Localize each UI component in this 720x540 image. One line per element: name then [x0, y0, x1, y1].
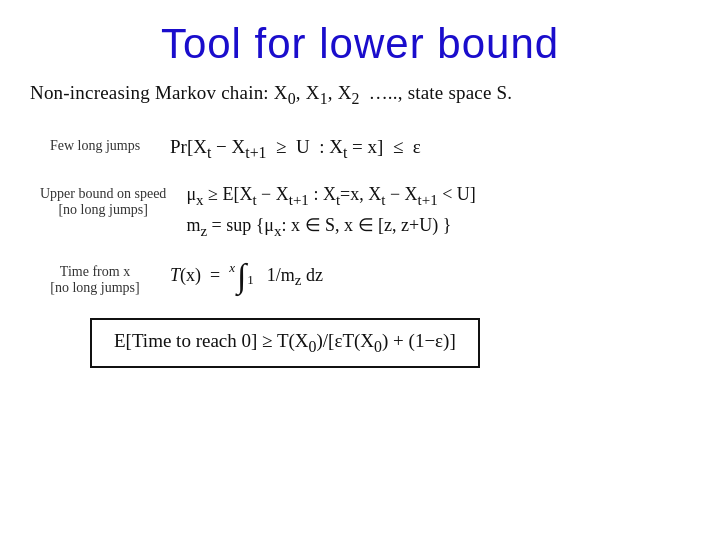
label-few-long-jumps: Few long jumps [40, 136, 150, 154]
row-time-from-x: Time from x[no long jumps] T(x) = x ∫ 1 … [40, 262, 690, 296]
page: Tool for lower bound Non-increasing Mark… [0, 0, 720, 540]
formula-few-long-jumps: Pr[Xt − Xt+1 ≥ U : Xt = x] ≤ ε [170, 136, 690, 162]
formula-mu: μx ≥ E[Xt − Xt+1 : Xt=x, Xt − Xt+1 < U] [186, 184, 475, 209]
content-area: Few long jumps Pr[Xt − Xt+1 ≥ U : Xt = x… [30, 136, 690, 296]
row-few-long-jumps: Few long jumps Pr[Xt − Xt+1 ≥ U : Xt = x… [40, 136, 690, 162]
row-upper-bound: Upper bound on speed[no long jumps] μx ≥… [40, 184, 690, 240]
subtitle: Non-increasing Markov chain: X0, X1, X2 … [30, 82, 690, 108]
formula-tx: T(x) = x ∫ 1 1/mz dz [170, 262, 690, 291]
page-title: Tool for lower bound [30, 20, 690, 68]
bottom-box: E[Time to reach 0] ≥ T(X0)/[εT(X0) + (1−… [90, 318, 480, 368]
label-time-from-x: Time from x[no long jumps] [40, 262, 150, 296]
label-upper-bound: Upper bound on speed[no long jumps] [40, 184, 166, 218]
formula-mz: mz = sup {μx: x ∈ S, x ∈ [z, z+U) } [186, 214, 475, 240]
formulas-upper-bound: μx ≥ E[Xt − Xt+1 : Xt=x, Xt − Xt+1 < U] … [186, 184, 475, 240]
